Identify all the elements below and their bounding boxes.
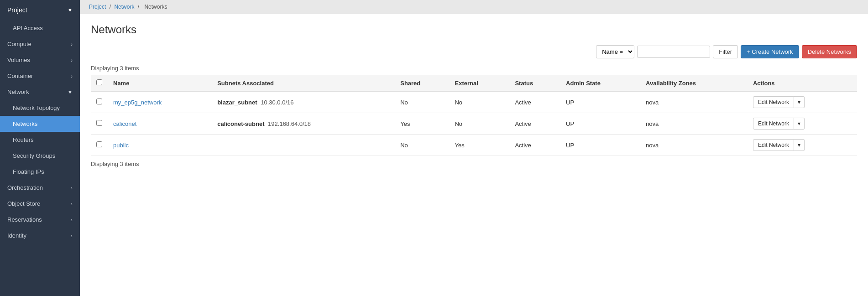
delete-networks-button[interactable]: Delete Networks	[802, 45, 857, 58]
row1-actions: Edit Network ▾	[748, 91, 857, 113]
row2-edit-button[interactable]: Edit Network	[753, 118, 794, 130]
row2-status: Active	[509, 113, 560, 135]
row3-external: Yes	[449, 135, 509, 156]
chevron-right-icon: ›	[71, 57, 73, 63]
row3-checkbox[interactable]	[96, 141, 102, 147]
sidebar-item-floating-ips[interactable]: Floating IPs	[0, 164, 80, 180]
sidebar-item-identity[interactable]: Identity ›	[0, 228, 80, 244]
sidebar-item-compute[interactable]: Compute ›	[0, 36, 80, 52]
row2-availability-zones: nova	[640, 113, 748, 135]
sidebar-item-label: Reservations	[7, 216, 42, 223]
filter-select[interactable]: Name =	[596, 45, 634, 58]
row2-checkbox[interactable]	[96, 120, 102, 126]
page-title: Networks	[91, 23, 857, 36]
row1-external: No	[449, 91, 509, 113]
sidebar-item-api-access[interactable]: API Access	[0, 20, 80, 36]
sidebar-item-label: Identity	[7, 232, 26, 239]
networks-table: Name Subnets Associated Shared External …	[91, 75, 857, 156]
header-availability-zones: Availability Zones	[640, 75, 748, 91]
row1-shared: No	[395, 91, 449, 113]
row1-actions-caret[interactable]: ▾	[794, 96, 805, 108]
row2-admin-state: UP	[560, 113, 640, 135]
row2-subnets: caliconet-subnet 192.168.64.0/18	[212, 113, 395, 135]
chevron-down-icon: ▼	[68, 7, 73, 13]
sidebar-item-volumes[interactable]: Volumes ›	[0, 52, 80, 68]
row1-checkbox[interactable]	[96, 99, 102, 104]
sidebar-project[interactable]: Project ▼	[0, 0, 80, 20]
sidebar-item-label: Orchestration	[7, 184, 43, 191]
row3-actions: Edit Network ▾	[748, 135, 857, 156]
row2-subnet-cidr: 192.168.64.0/18	[266, 120, 311, 127]
sidebar-item-label: Network	[7, 88, 29, 95]
row1-name-link[interactable]: my_ep5g_network	[113, 99, 162, 106]
chevron-right-icon: ›	[71, 217, 73, 223]
row3-name-link[interactable]: public	[113, 142, 129, 149]
row1-actions-group: Edit Network ▾	[753, 96, 852, 108]
row3-name: public	[108, 135, 212, 156]
sidebar-item-container[interactable]: Container ›	[0, 68, 80, 84]
row2-subnet-name: caliconet-subnet	[217, 120, 264, 127]
row1-subnet-name: blazar_subnet	[217, 99, 257, 106]
row3-shared: No	[395, 135, 449, 156]
row3-edit-button[interactable]: Edit Network	[753, 139, 794, 151]
sidebar-item-network-topology[interactable]: Network Topology	[0, 100, 80, 116]
row1-checkbox-cell	[91, 91, 108, 113]
chevron-down-icon: ▼	[68, 89, 73, 95]
table-row: public No Yes Active UP nova Edit Networ…	[91, 135, 857, 156]
sidebar-item-label: Compute	[7, 41, 31, 47]
breadcrumb-sep2: /	[138, 4, 141, 10]
main-content: Project / Network / Networks Networks Na…	[80, 0, 868, 296]
row1-subnets: blazar_subnet 10.30.0.0/16	[212, 91, 395, 113]
breadcrumb-network[interactable]: Network	[114, 4, 134, 10]
sidebar-item-routers[interactable]: Routers	[0, 132, 80, 148]
header-shared: Shared	[395, 75, 449, 91]
row2-checkbox-cell	[91, 113, 108, 135]
row3-actions-group: Edit Network ▾	[753, 139, 852, 151]
row3-subnets	[212, 135, 395, 156]
row3-actions-caret[interactable]: ▾	[794, 139, 805, 151]
header-status: Status	[509, 75, 560, 91]
sidebar-item-security-groups[interactable]: Security Groups	[0, 148, 80, 164]
select-all-checkbox[interactable]	[96, 79, 102, 85]
create-network-button[interactable]: + Create Network	[741, 45, 799, 58]
header-admin-state: Admin State	[560, 75, 640, 91]
filter-input[interactable]	[637, 46, 710, 58]
sidebar-item-label: Networks	[13, 120, 37, 127]
sidebar-item-reservations[interactable]: Reservations ›	[0, 212, 80, 228]
chevron-right-icon: ›	[71, 185, 73, 191]
filter-button[interactable]: Filter	[713, 45, 738, 58]
table-row: my_ep5g_network blazar_subnet 10.30.0.0/…	[91, 91, 857, 113]
row1-edit-button[interactable]: Edit Network	[753, 96, 794, 108]
sidebar-item-network[interactable]: Network ▼	[0, 84, 80, 100]
row1-availability-zones: nova	[640, 91, 748, 113]
row1-subnet-cidr: 10.30.0.0/16	[259, 99, 294, 106]
row2-name-link[interactable]: caliconet	[113, 120, 136, 127]
row3-availability-zones: nova	[640, 135, 748, 156]
sidebar: Project ▼ API Access Compute › Volumes ›…	[0, 0, 80, 296]
header-actions: Actions	[748, 75, 857, 91]
breadcrumb-project[interactable]: Project	[89, 4, 106, 10]
toolbar: Name = Filter + Create Network Delete Ne…	[91, 45, 857, 58]
content-area: Networks Name = Filter + Create Network …	[80, 14, 868, 296]
row2-actions-caret[interactable]: ▾	[794, 118, 805, 130]
row3-status: Active	[509, 135, 560, 156]
row1-name: my_ep5g_network	[108, 91, 212, 113]
chevron-right-icon: ›	[71, 42, 73, 47]
sidebar-item-label: Object Store	[7, 200, 40, 207]
row2-actions: Edit Network ▾	[748, 113, 857, 135]
row2-actions-group: Edit Network ▾	[753, 118, 852, 130]
sidebar-item-orchestration[interactable]: Orchestration ›	[0, 180, 80, 196]
table-header-row: Name Subnets Associated Shared External …	[91, 75, 857, 91]
sidebar-item-networks[interactable]: Networks	[0, 116, 80, 132]
row2-external: No	[449, 113, 509, 135]
row1-status: Active	[509, 91, 560, 113]
chevron-right-icon: ›	[71, 201, 73, 207]
header-external: External	[449, 75, 509, 91]
sidebar-item-label: Security Groups	[13, 152, 55, 159]
sidebar-item-object-store[interactable]: Object Store ›	[0, 196, 80, 212]
header-checkbox-cell	[91, 75, 108, 91]
row2-name: caliconet	[108, 113, 212, 135]
breadcrumb-networks: Networks	[144, 4, 167, 10]
header-subnets: Subnets Associated	[212, 75, 395, 91]
sidebar-item-label: Floating IPs	[13, 168, 44, 175]
